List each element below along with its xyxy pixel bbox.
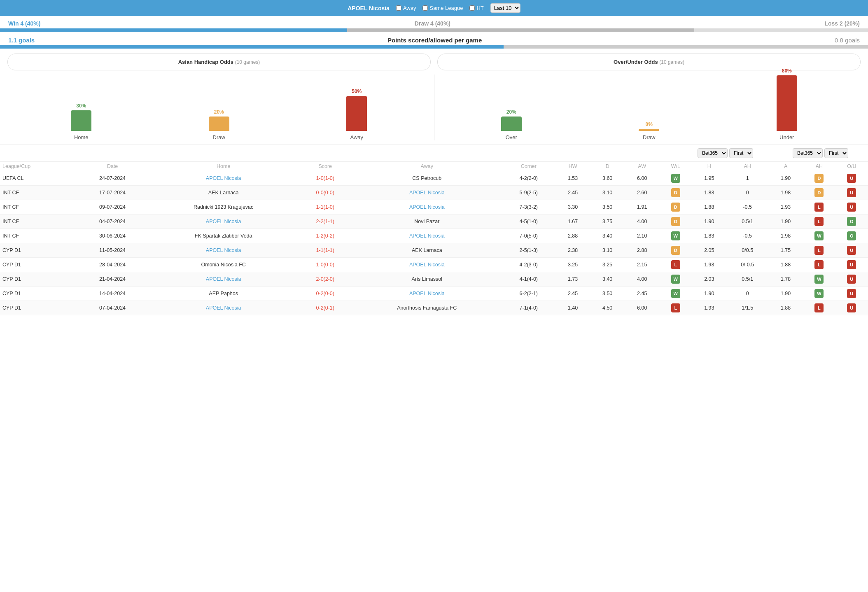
same-league-filter[interactable]: Same League	[422, 5, 463, 11]
ou-draw-group: 0% Draw	[639, 121, 659, 140]
ou-badge: U	[847, 246, 856, 255]
cell-score: 0-2(0-0)	[298, 287, 352, 301]
ou-badge: O	[847, 231, 856, 240]
ah-home-bar	[71, 110, 91, 131]
cell-corner: 7-1(4-0)	[502, 301, 556, 315]
th-corner: Corner	[502, 162, 556, 171]
cell-league: CYP D1	[0, 243, 76, 258]
th-home: Home	[149, 162, 299, 171]
bookmaker2-select[interactable]: Bet365	[793, 148, 823, 158]
cell-h: 1.93	[692, 258, 726, 272]
ou-chart: 20% Over 0% Draw 80% Under	[439, 75, 860, 140]
goals-row: 1.1 goals Points scored/allowed per game…	[0, 32, 868, 45]
cell-away[interactable]: APOEL Nicosia	[352, 287, 502, 301]
cell-ou: U	[835, 186, 868, 200]
wl-badge: L	[671, 303, 680, 312]
ou-badge: O	[847, 217, 856, 226]
period1-select[interactable]: First Full	[729, 148, 753, 158]
ou-odds-games: (10 games)	[659, 59, 684, 65]
cell-aw: 6.00	[625, 301, 659, 315]
cell-home[interactable]: APOEL Nicosia	[149, 301, 299, 315]
cell-score: 1-1(1-0)	[298, 200, 352, 214]
cell-corner: 4-5(1-0)	[502, 214, 556, 229]
cell-away: Novi Pazar	[352, 214, 502, 229]
ou-draw-bar	[639, 129, 659, 131]
ou-under-bar	[777, 75, 797, 131]
ou-under-group: 80% Under	[777, 68, 797, 140]
cell-d: 3.40	[590, 272, 625, 287]
away-filter[interactable]: Away	[396, 5, 416, 11]
table-row: CYP D1 28-04-2024 Omonia Nicosia FC 1-0(…	[0, 258, 868, 272]
ah-odds-title: Asian Handicap Odds	[178, 59, 235, 65]
cell-date: 04-07-2024	[76, 214, 149, 229]
ah2-badge: D	[814, 174, 824, 183]
table-row: UEFA CL 24-07-2024 APOEL Nicosia 1-0(1-0…	[0, 171, 868, 186]
table-row: CYP D1 14-04-2024 AEP Paphos 0-2(0-0) AP…	[0, 287, 868, 301]
cell-h: 1.90	[692, 287, 726, 301]
cell-score: 1-2(0-2)	[298, 229, 352, 243]
cell-home[interactable]: APOEL Nicosia	[149, 243, 299, 258]
cell-date: 14-04-2024	[76, 287, 149, 301]
cell-ou: U	[835, 171, 868, 186]
ah-away-bar	[346, 96, 367, 131]
top-bar: APOEL Nicosia Away Same League HT Last 1…	[0, 0, 868, 16]
cell-aw: 4.00	[625, 272, 659, 287]
away-checkbox[interactable]	[396, 5, 401, 11]
cell-h: 2.03	[692, 272, 726, 287]
cell-ah2: L	[803, 243, 835, 258]
ht-filter[interactable]: HT	[469, 5, 483, 11]
table-row: CYP D1 07-04-2024 APOEL Nicosia 0-2(0-1)…	[0, 301, 868, 315]
goals-right: 0.8 goals	[835, 37, 860, 44]
th-date: Date	[76, 162, 149, 171]
ou-badge: U	[847, 289, 856, 298]
cell-aw: 6.00	[625, 171, 659, 186]
wl-badge: D	[671, 203, 680, 212]
cell-hw: 3.25	[555, 258, 590, 272]
ah2-badge: L	[814, 217, 824, 226]
cell-home[interactable]: APOEL Nicosia	[149, 171, 299, 186]
cell-aw: 2.10	[625, 229, 659, 243]
ou-over-pct: 20%	[506, 109, 516, 115]
cell-score: 1-1(1-1)	[298, 243, 352, 258]
last-select[interactable]: Last 10 Last 5 Last 20	[490, 3, 520, 13]
ah2-badge: W	[814, 275, 824, 284]
cell-league: UEFA CL	[0, 171, 76, 186]
cell-ah: -0.5	[726, 200, 768, 214]
cell-league: INT CF	[0, 186, 76, 200]
cell-a: 1.88	[768, 258, 803, 272]
ah-away-pct: 50%	[352, 89, 362, 94]
cell-hw: 2.38	[555, 243, 590, 258]
th-a: A	[768, 162, 803, 171]
cell-ah: 0/0.5	[726, 243, 768, 258]
cell-league: CYP D1	[0, 287, 76, 301]
cell-ou: U	[835, 243, 868, 258]
cell-d: 3.50	[590, 200, 625, 214]
cell-ah: 1	[726, 171, 768, 186]
wl-badge: W	[671, 174, 680, 183]
col-headers-row: League/Cup Date Home Score Away Corner H…	[0, 162, 868, 171]
cell-d: 3.75	[590, 214, 625, 229]
wl-badge: W	[671, 231, 680, 240]
goals-bar-right	[504, 45, 868, 49]
cell-ah2: L	[803, 214, 835, 229]
ou-badge: U	[847, 203, 856, 212]
cell-league: CYP D1	[0, 301, 76, 315]
same-league-checkbox[interactable]	[422, 5, 428, 11]
cell-away[interactable]: APOEL Nicosia	[352, 229, 502, 243]
ou-badge: U	[847, 303, 856, 312]
cell-date: 11-05-2024	[76, 243, 149, 258]
th-ah: AH	[726, 162, 768, 171]
cell-home[interactable]: APOEL Nicosia	[149, 272, 299, 287]
cell-home[interactable]: APOEL Nicosia	[149, 214, 299, 229]
ah-home-pct: 30%	[76, 103, 86, 109]
cell-aw: 4.00	[625, 214, 659, 229]
ht-checkbox[interactable]	[469, 5, 475, 11]
ah-home-label: Home	[74, 134, 89, 140]
cell-away[interactable]: APOEL Nicosia	[352, 200, 502, 214]
cell-away[interactable]: APOEL Nicosia	[352, 186, 502, 200]
cell-ah2: L	[803, 258, 835, 272]
period2-select[interactable]: First Full	[824, 148, 848, 158]
cell-d: 3.25	[590, 258, 625, 272]
cell-away[interactable]: APOEL Nicosia	[352, 258, 502, 272]
bookmaker1-select[interactable]: Bet365	[698, 148, 728, 158]
